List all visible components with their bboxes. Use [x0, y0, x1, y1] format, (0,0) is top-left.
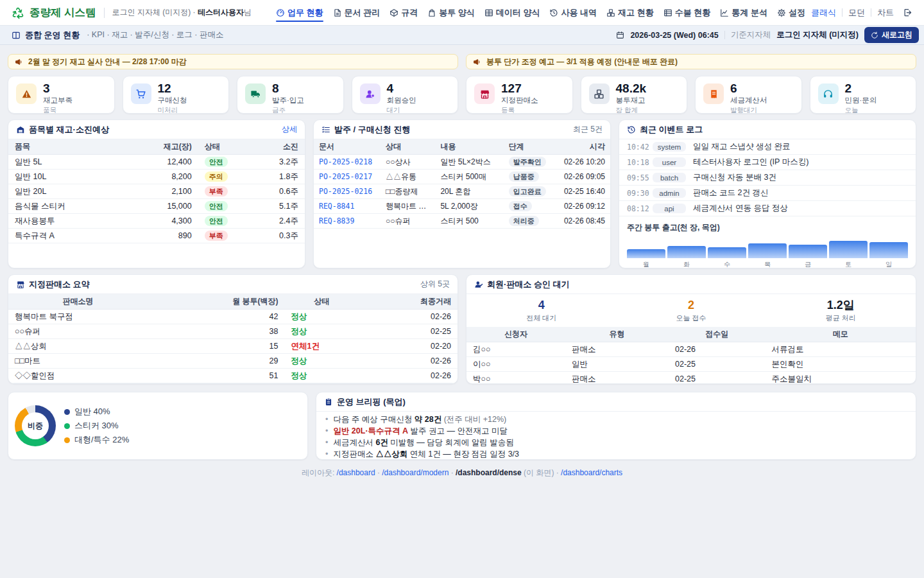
- weekly-bar: [748, 243, 787, 258]
- event-log-row: 09:30admin판매소 코드 2건 갱신: [619, 186, 916, 201]
- doc-link[interactable]: PO-2025-0216: [319, 187, 372, 196]
- item-qty: 2,100: [139, 184, 198, 199]
- nav-item-boxes[interactable]: 재고 현황: [606, 0, 654, 25]
- nav-item-table[interactable]: 데이터 양식: [484, 0, 540, 25]
- bullet-dot: •: [325, 414, 328, 425]
- theme-link-2[interactable]: 모던: [848, 7, 865, 19]
- nav-item-history[interactable]: 사용 내역: [549, 0, 597, 25]
- doc-cell: PO-2025-0216: [314, 184, 381, 199]
- stage-badge: 납품중: [509, 171, 539, 182]
- logout-icon[interactable]: [903, 8, 912, 17]
- divider: [104, 8, 105, 18]
- briefing-text: 지정판매소 △△상회 연체 1건 — 현장 점검 일정 3/3: [333, 448, 519, 460]
- event-log-row: 09:55batch구매신청 자동 분배 3건: [619, 170, 916, 186]
- footer-layout-link[interactable]: /dashboard/charts: [561, 468, 622, 477]
- stock-detail-link[interactable]: 상세: [282, 124, 297, 135]
- doc-link[interactable]: REQ-8839: [319, 216, 354, 225]
- column-header: 유형: [565, 327, 669, 342]
- table-icon: [484, 8, 493, 17]
- kpi-card-truck: 8발주·입고금주: [237, 76, 344, 114]
- column-header: 상태: [285, 294, 359, 310]
- partner-cell: △△유통: [381, 170, 435, 184]
- approval-stat-2: 2오늘 접수: [616, 299, 766, 323]
- nav-item-gauge[interactable]: 업무 현황: [276, 0, 323, 25]
- footer-layout-link[interactable]: /dashboard: [337, 468, 375, 477]
- rows-icon: [663, 8, 672, 17]
- status-badge: 주의: [205, 171, 228, 182]
- sub-header: 종합 운영 현황 · KPI · 재고 · 발주/신청 · 로그 · 판매소 2…: [0, 26, 924, 45]
- kpi-cards-row: 3재고부족품목12구매신청미처리8발주·입고금주4회원승인대기127지정판매소등…: [8, 76, 916, 114]
- separator: ·: [554, 468, 561, 477]
- approval-stat-1: 4전체 대기: [466, 299, 616, 323]
- kpi-icon-tile: [818, 83, 839, 104]
- content-cell: 20L 혼합: [435, 184, 503, 199]
- weekly-chart-title: 주간 봉투 출고(천 장, 목업): [627, 222, 908, 233]
- kpi-icon-tile: [360, 83, 381, 104]
- doc-link[interactable]: REQ-8841: [319, 202, 354, 211]
- chart-line-icon: [720, 8, 729, 17]
- partner-cell: ○○슈퍼: [381, 214, 435, 229]
- nav-item-document[interactable]: 문서 관리: [333, 0, 381, 25]
- footer-layout-link[interactable]: /dashboard/modern: [382, 468, 449, 477]
- theme-link-3[interactable]: 차트: [877, 7, 894, 19]
- megaphone-icon: [473, 58, 481, 66]
- seller-status-text: 정상: [291, 327, 307, 336]
- item-weeks: 3.2주: [248, 155, 305, 170]
- briefing-list: •다음 주 예상 구매신청 약 28건 (전주 대비 +12%)•일반 20L·…: [316, 412, 916, 460]
- notice-bar-1: 2월 말 정기 재고 실사 안내 — 2/28 17:00 마감: [8, 54, 458, 69]
- kpi-card-boxes: 48.2k봉투재고장 합계: [581, 76, 688, 114]
- boxes-icon: [606, 8, 615, 17]
- seller-name: △△상회: [8, 339, 148, 354]
- column-header: 최종거래: [359, 294, 458, 310]
- log-tag-badge: user: [653, 157, 686, 167]
- status-badge: 부족: [205, 231, 228, 241]
- doc-link[interactable]: PO-2025-0217: [319, 172, 372, 181]
- approval-stat-3: 1.2일평균 처리: [766, 299, 916, 323]
- log-time: 10:42: [627, 143, 653, 152]
- event-log-list: 10:42system일일 재고 스냅샷 생성 완료10:18user테스터사용…: [619, 139, 916, 216]
- nav-item-chart-line[interactable]: 통계 분석: [720, 0, 767, 25]
- stage-badge: 입고완료: [509, 186, 546, 197]
- kpi-value: 8: [272, 82, 304, 95]
- weekly-bar-label: 목: [748, 260, 787, 268]
- item-weeks: 1.8주: [248, 170, 305, 184]
- status-badge: 안전: [205, 157, 228, 167]
- doc-link[interactable]: PO-2025-0218: [319, 157, 372, 166]
- content-cell: 스티커 500: [435, 214, 503, 229]
- basis-value: 로그인 지자체 (미지정): [776, 30, 859, 40]
- kpi-text: 127지정판매소등록: [501, 82, 538, 115]
- kpi-label: 재고부족: [43, 96, 73, 105]
- time-cell: 02-26 09:12: [554, 199, 610, 214]
- list-check-icon: [321, 125, 330, 134]
- nav-item-rows[interactable]: 수불 현황: [663, 0, 711, 25]
- seller-name: ◇◇할인점: [8, 369, 148, 383]
- briefing-text: 세금계산서 6건 미발행 — 담당 회계에 알림 발송됨: [333, 437, 513, 448]
- legend-dot: [64, 437, 70, 443]
- column-header: 월 봉투(백장): [148, 294, 285, 310]
- user-name: 테스터사용자: [198, 8, 244, 17]
- kpi-card-person: 4회원승인대기: [352, 76, 459, 114]
- kpi-icon-tile: [589, 83, 610, 104]
- panels-row-2: 지정판매소 요약 상위 5곳 판매소명월 봉투(백장)상태최종거래 행복마트 북…: [8, 274, 916, 384]
- notice-bar-row: 2월 말 정기 재고 실사 안내 — 2/28 17:00 마감봉투 단가 조정…: [8, 54, 916, 69]
- person-check-icon: [474, 280, 483, 289]
- refresh-button[interactable]: 새로고침: [864, 27, 919, 43]
- stage-cell: 처리중: [504, 214, 554, 229]
- kpi-card-headset: 2민원·문의오늘: [810, 76, 917, 114]
- kpi-card-receipt: 6세금계산서발행대기: [695, 76, 802, 114]
- weekly-chart-bars: [627, 240, 908, 258]
- briefing-panel: 운영 브리핑 (목업) •다음 주 예상 구매신청 약 28건 (전주 대비 +…: [316, 392, 916, 460]
- item-status: 부족: [198, 229, 249, 243]
- nav-item-package[interactable]: 규격: [389, 0, 418, 25]
- donut-legend: 일반 40%스티커 30%대형/특수 22%: [64, 406, 129, 446]
- log-time: 09:30: [627, 189, 653, 198]
- nav-item-bag[interactable]: 봉투 양식: [427, 0, 475, 25]
- kpi-card-cart: 12구매신청미처리: [123, 76, 230, 114]
- seller-status: 정상: [285, 369, 359, 383]
- theme-link-1[interactable]: 클래식: [811, 7, 836, 19]
- seller-last-date: 02-26: [359, 310, 458, 324]
- theme-links: 클래식모던차트: [811, 7, 894, 19]
- briefing-text: 다음 주 예상 구매신청 약 28건 (전주 대비 +12%): [333, 414, 506, 425]
- nav-item-gear[interactable]: 설정: [777, 0, 805, 25]
- kpi-label: 지정판매소: [501, 96, 538, 105]
